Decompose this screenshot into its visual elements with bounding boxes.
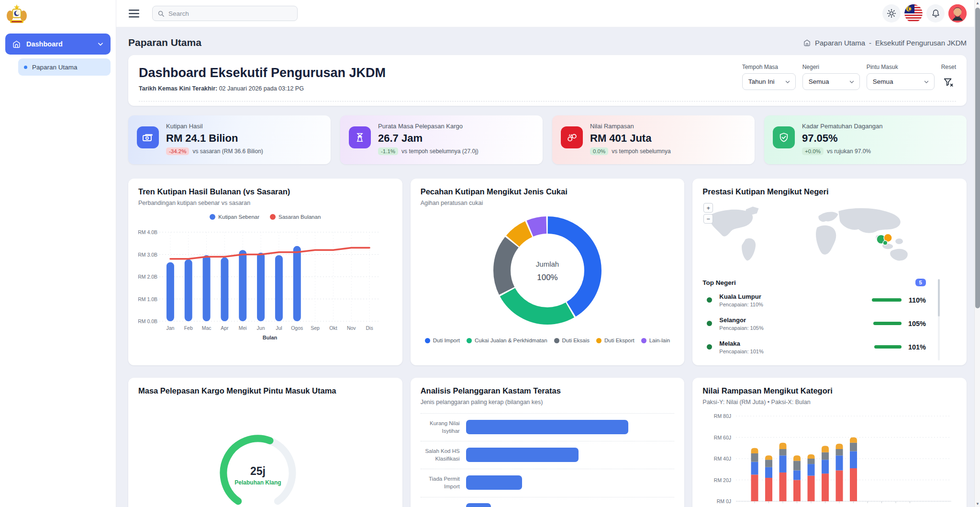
map-zoom-out-button[interactable]: − bbox=[703, 214, 713, 224]
map-zoom-in-button[interactable]: + bbox=[703, 203, 713, 213]
line-sasaran-bulanan[interactable] bbox=[170, 248, 369, 259]
stack-seg-kategori-kelabu[interactable] bbox=[751, 453, 758, 462]
legend-item-duti-eksais[interactable]: Duti Eksais bbox=[554, 338, 590, 343]
world-map[interactable]: + − bbox=[702, 201, 957, 272]
stack-seg-kategori-kelabu[interactable] bbox=[822, 452, 829, 460]
x-axis-tick: Apr bbox=[221, 325, 229, 331]
legend-dot bbox=[467, 338, 472, 343]
stack-seg-kategori-kelabu[interactable] bbox=[793, 461, 801, 470]
kpi-label: Kadar Pematuhan Dagangan bbox=[802, 123, 882, 130]
legend-item-kutipan-sebenar[interactable]: Kutipan Sebenar bbox=[210, 214, 259, 220]
stack-seg-kategori-merah[interactable] bbox=[793, 480, 801, 502]
search-input[interactable] bbox=[168, 10, 283, 17]
kpi-card-kadar-pematuhan[interactable]: Kadar Pematuhan Dagangan 97.05% +0.0%vs … bbox=[764, 115, 967, 164]
stack-seg-kategori-merah[interactable] bbox=[808, 476, 815, 501]
stack-seg-kategori-oren[interactable] bbox=[822, 446, 829, 452]
stack-seg-kategori-biru[interactable] bbox=[836, 455, 843, 470]
negeri-row-kuala-lumpur[interactable]: Kuala LumpurPencapaian: 110%110% bbox=[702, 288, 926, 312]
stack-seg-kategori-kelabu[interactable] bbox=[780, 449, 787, 455]
violation-row-penyeludupan: Penyeludupan bbox=[421, 497, 675, 507]
kpi-card-purata-masa[interactable]: Purata Masa Pelepasan Kargo 26.7 Jam -1.… bbox=[340, 115, 543, 164]
stack-seg-kategori-oren[interactable] bbox=[850, 438, 857, 443]
violation-bar-tiada-permit-import[interactable] bbox=[466, 475, 523, 490]
negeri-row-sarawak[interactable]: Sarawak98% bbox=[702, 359, 926, 365]
stack-seg-kategori-merah[interactable] bbox=[780, 473, 787, 501]
stack-seg-kategori-biru[interactable] bbox=[822, 460, 829, 473]
hourglass-icon bbox=[349, 126, 371, 148]
stack-seg-kategori-oren[interactable] bbox=[836, 444, 843, 449]
violation-bar-penyeludupan[interactable] bbox=[466, 503, 491, 507]
status-dot bbox=[707, 321, 712, 326]
filter-select-tempoh-masa[interactable]: Tahun Ini bbox=[742, 73, 796, 90]
negeri-row-melaka[interactable]: MelakaPencapaian: 101%101% bbox=[702, 335, 926, 359]
bar-kutipan-sebenar-feb[interactable] bbox=[185, 259, 192, 321]
sidebar-item-dashboard[interactable]: Dashboard bbox=[5, 34, 111, 55]
stack-seg-kategori-oren[interactable] bbox=[793, 455, 801, 461]
dashboard-header-card: Dashboard Eksekutif Pengurusan JKDM Tari… bbox=[128, 55, 967, 106]
x-axis-tick: Jul bbox=[276, 325, 282, 331]
stack-seg-kategori-merah[interactable] bbox=[751, 474, 758, 501]
stack-seg-kategori-merah[interactable] bbox=[850, 468, 857, 501]
language-flag-button[interactable] bbox=[904, 4, 923, 23]
notifications-button[interactable] bbox=[926, 4, 945, 23]
legend-item-lain-lain[interactable]: Lain-lain bbox=[641, 338, 670, 343]
bar-kutipan-sebenar-jan[interactable] bbox=[167, 262, 174, 321]
negeri-detail: Pencapaian: 110% bbox=[719, 302, 763, 307]
list-scrollbar[interactable] bbox=[938, 279, 940, 361]
stack-seg-kategori-kelabu[interactable] bbox=[808, 459, 815, 464]
bar-kutipan-sebenar-mei[interactable] bbox=[239, 250, 246, 321]
negeri-name: Kuala Lumpur bbox=[719, 293, 763, 300]
bar-kutipan-sebenar-apr[interactable] bbox=[221, 258, 228, 321]
scroll-down-arrow[interactable]: ▼ bbox=[975, 502, 980, 506]
legend-item-sasaran-bulanan[interactable]: Sasaran Bulanan bbox=[270, 214, 321, 220]
legend-item-duti-import[interactable]: Duti Import bbox=[425, 338, 460, 343]
breadcrumb-section[interactable]: Paparan Utama bbox=[815, 39, 865, 47]
negeri-row-selangor[interactable]: SelangorPencapaian: 105%105% bbox=[702, 312, 926, 335]
stack-seg-kategori-biru[interactable] bbox=[793, 470, 801, 480]
violation-bar-kurang-nilai-isytihar[interactable] bbox=[466, 420, 629, 434]
violation-bar-salah-kod-hs-klasifikasi[interactable] bbox=[466, 448, 579, 462]
sidebar-item-paparan-utama[interactable]: Paparan Utama bbox=[18, 58, 111, 76]
stack-seg-kategori-biru[interactable] bbox=[780, 455, 787, 473]
user-avatar[interactable] bbox=[948, 4, 967, 23]
theme-toggle-button[interactable] bbox=[882, 4, 901, 23]
scrollbar-thumb[interactable] bbox=[975, 8, 980, 308]
map-marker[interactable] bbox=[883, 241, 887, 245]
stack-seg-kategori-kelabu[interactable] bbox=[850, 443, 857, 451]
stack-seg-kategori-biru[interactable] bbox=[765, 467, 772, 478]
legend-item-cukai-jualan-perkhidmatan[interactable]: Cukai Jualan & Perkhidmatan bbox=[467, 338, 547, 343]
stack-seg-kategori-oren[interactable] bbox=[780, 443, 787, 449]
stack-seg-kategori-oren[interactable] bbox=[808, 454, 815, 459]
bar-kutipan-sebenar-jul[interactable] bbox=[275, 255, 283, 321]
status-dot bbox=[707, 297, 712, 303]
stack-seg-kategori-biru[interactable] bbox=[850, 451, 857, 468]
stack-seg-kategori-kelabu[interactable] bbox=[836, 449, 843, 455]
stack-seg-kategori-oren[interactable] bbox=[751, 448, 758, 453]
chart-title: Pecahan Kutipan Mengikut Jenis Cukai bbox=[421, 187, 675, 196]
filter-bar: Tempoh Masa Tahun Ini Negeri Semua Pintu… bbox=[742, 63, 956, 98]
stack-seg-kategori-merah[interactable] bbox=[836, 470, 843, 501]
stack-seg-kategori-oren[interactable] bbox=[765, 455, 772, 460]
menu-toggle-button[interactable] bbox=[128, 7, 141, 20]
stack-seg-kategori-merah[interactable] bbox=[822, 473, 829, 501]
stack-seg-kategori-kelabu[interactable] bbox=[765, 460, 772, 467]
filter-select-negeri[interactable]: Semua bbox=[802, 73, 860, 90]
stack-seg-kategori-merah[interactable] bbox=[765, 478, 772, 501]
filter-select-pintu-masuk[interactable]: Semua bbox=[867, 73, 935, 90]
search-box[interactable] bbox=[152, 6, 298, 21]
stack-seg-kategori-biru[interactable] bbox=[751, 462, 758, 475]
x-axis-tick: Mei bbox=[239, 325, 247, 331]
violation-label: Tiada PermitImport bbox=[421, 475, 460, 490]
stack-seg-kategori-biru[interactable] bbox=[808, 464, 815, 475]
bar-kutipan-sebenar-ogos[interactable] bbox=[293, 246, 301, 321]
scroll-up-arrow[interactable]: ▲ bbox=[975, 1, 980, 5]
negeri-progress-bar bbox=[874, 345, 902, 349]
page-scrollbar[interactable]: ▲ ▼ bbox=[974, 0, 980, 507]
kpi-card-kutipan-hasil[interactable]: Kutipan Hasil RM 24.1 Bilion -34.2%vs sa… bbox=[128, 115, 331, 164]
kpi-card-nilai-rampasan[interactable]: Nilai Rampasan RM 401 Juta 0.0%vs tempoh… bbox=[552, 115, 755, 164]
reset-filters-button[interactable] bbox=[943, 77, 954, 90]
legend-item-duti-eksport[interactable]: Duti Eksport bbox=[596, 338, 635, 343]
chart-legend: Kutipan SebenarSasaran Bulanan bbox=[138, 214, 392, 220]
bar-kutipan-sebenar-jun[interactable] bbox=[257, 253, 265, 321]
bar-kutipan-sebenar-mac[interactable] bbox=[203, 255, 211, 321]
